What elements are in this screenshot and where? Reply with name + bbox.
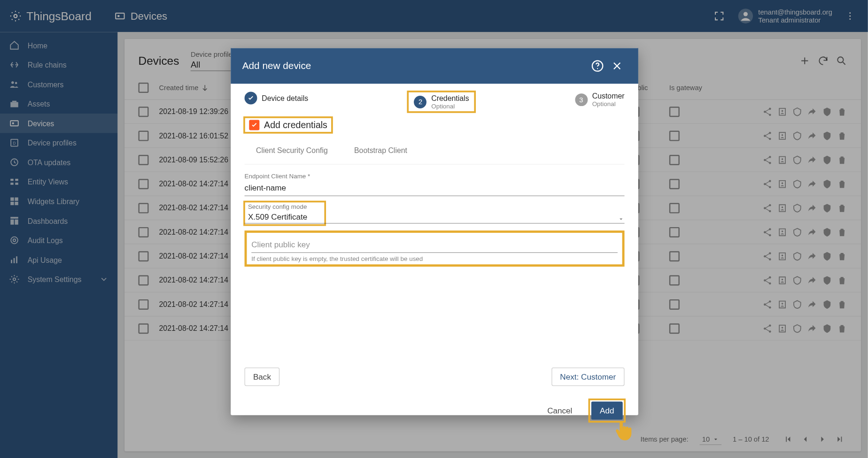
back-button[interactable]: Back xyxy=(245,367,280,386)
chevron-down-icon xyxy=(618,215,625,222)
endpoint-client-name-input[interactable] xyxy=(245,179,625,196)
svg-point-75 xyxy=(597,68,598,69)
close-icon[interactable] xyxy=(607,56,627,76)
tab-bootstrap-client[interactable]: Bootstrap Client xyxy=(352,143,410,158)
cursor-pointer-icon xyxy=(614,420,634,443)
step-customer[interactable]: 3 CustomerOptional xyxy=(575,92,625,107)
help-icon[interactable] xyxy=(588,56,607,76)
add-device-dialog: Add new device Device details 2 Credenti… xyxy=(231,48,638,415)
step-credentials[interactable]: 2 CredentialsOptional xyxy=(408,92,474,112)
add-button[interactable]: Add xyxy=(591,401,623,420)
next-customer-button[interactable]: Next: Customer xyxy=(551,367,624,386)
tab-client-security[interactable]: Client Security Config xyxy=(254,143,330,158)
step-device-details[interactable]: Device details xyxy=(245,92,309,105)
client-public-key-input[interactable] xyxy=(251,236,618,252)
add-credentials-label: Add credentials xyxy=(264,120,327,130)
add-credentials-checkbox[interactable] xyxy=(249,120,259,130)
cancel-button[interactable]: Cancel xyxy=(539,402,580,420)
dialog-title: Add new device xyxy=(242,60,588,71)
